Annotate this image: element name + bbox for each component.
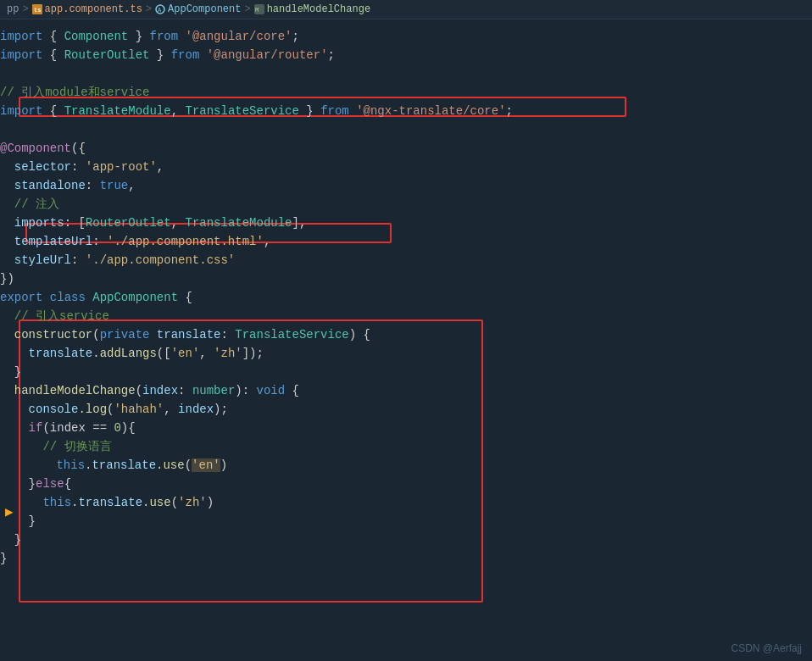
component-icon: A — [155, 4, 165, 14]
svg-text:M: M — [255, 7, 259, 14]
code-line: } — [0, 513, 812, 531]
code-line: this.translate.use('zh') — [0, 494, 812, 513]
watermark: CSDN @Aerfajj — [731, 642, 802, 654]
breadcrumb-sep-1: > — [22, 3, 28, 15]
code-line: // 切换语言 — [0, 438, 812, 457]
svg-text:A: A — [158, 7, 162, 14]
code-line: console.log('hahah', index); — [0, 401, 812, 419]
code-line: } — [0, 531, 812, 550]
code-line-translate-import: import { TranslateModule, TranslateServi… — [0, 103, 812, 121]
breadcrumb-pp: pp — [7, 3, 19, 15]
code-line-handle: handleModelChange(index: number): void { — [0, 382, 812, 401]
code-line: }) — [0, 270, 812, 289]
file-icon: ts — [32, 4, 42, 14]
code-line: styleUrl: './app.component.css' — [0, 252, 812, 270]
svg-text:ts: ts — [34, 7, 41, 14]
code-line: @Component({ — [0, 140, 812, 158]
method-icon: M — [254, 4, 264, 14]
code-line: standalone: true, — [0, 177, 812, 196]
breadcrumb-sep-2: > — [146, 3, 152, 15]
breadcrumb: pp > ts app.component.ts > A AppComponen… — [0, 0, 812, 19]
code-line: import { Component } from '@angular/core… — [0, 28, 812, 47]
code-line: export class AppComponent { — [0, 289, 812, 308]
code-line: // 引入service — [0, 308, 812, 326]
code-line-constructor: constructor(private translate: Translate… — [0, 326, 812, 345]
code-line: } — [0, 550, 812, 569]
code-line: } — [0, 364, 812, 382]
code-line: // 注入 — [0, 196, 812, 214]
breadcrumb-component: A AppComponent — [155, 3, 241, 15]
breadcrumb-method: M handleModelChange — [254, 3, 370, 15]
code-line: templateUrl: './app.component.html', — [0, 233, 812, 252]
code-line: import { RouterOutlet } from '@angular/r… — [0, 47, 812, 65]
code-line-use-en: this.translate.use('en') — [0, 457, 812, 475]
breadcrumb-file: ts app.component.ts — [32, 3, 142, 15]
editor-container: pp > ts app.component.ts > A AppComponen… — [0, 0, 812, 661]
code-line: }else{ — [0, 475, 812, 494]
code-line — [0, 65, 812, 84]
code-line: if(index == 0){ — [0, 419, 812, 438]
code-line — [0, 121, 812, 140]
code-line: translate.addLangs(['en', 'zh']); — [0, 345, 812, 364]
code-area: ▶ import { Component } from '@angular/co… — [0, 19, 812, 577]
code-line: // 引入module和service — [0, 84, 812, 103]
code-line-imports: imports: [RouterOutlet, TranslateModule]… — [0, 214, 812, 233]
breadcrumb-sep-3: > — [244, 3, 250, 15]
code-line: selector: 'app-root', — [0, 158, 812, 177]
